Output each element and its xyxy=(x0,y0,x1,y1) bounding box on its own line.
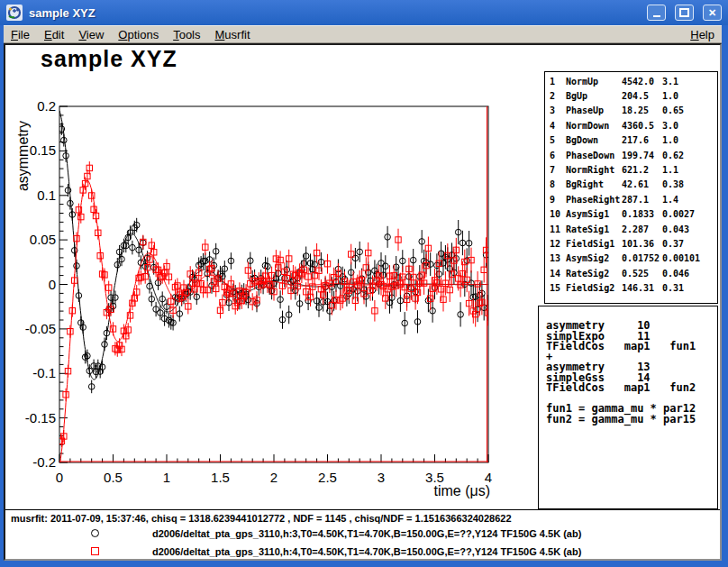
svg-text:0.5: 0.5 xyxy=(104,470,123,485)
svg-text:0.15: 0.15 xyxy=(30,142,56,158)
param-no: 7 xyxy=(545,165,566,175)
legend-label: d2006/deltat_pta_gps_3110,h:4,T0=4.50K,T… xyxy=(152,546,581,557)
param-name: PhaseDown xyxy=(566,151,622,160)
fit-parameters-panel: 1NormUp4542.03.12BgUp204.51.03PhaseUp18.… xyxy=(544,71,718,304)
svg-text:3: 3 xyxy=(378,470,385,485)
param-err: 0.38 xyxy=(662,179,717,189)
param-val: 146.31 xyxy=(622,283,662,293)
svg-text:time (μs): time (μs) xyxy=(433,483,490,498)
svg-text:0: 0 xyxy=(56,470,63,485)
plot-data xyxy=(59,111,491,466)
param-row: 11RateSig12.2870.043 xyxy=(545,222,717,236)
param-row: 2BgUp204.51.0 xyxy=(545,88,717,103)
legend-row-2: d2006/deltat_pta_gps_3110,h:4,T0=4.50K,T… xyxy=(5,546,720,559)
titlebar[interactable]: sample XYZ ✕ xyxy=(0,0,728,25)
param-row: 10AsymSig10.18330.0027 xyxy=(545,207,717,222)
param-no: 4 xyxy=(545,121,566,131)
svg-text:0.05: 0.05 xyxy=(30,232,56,247)
menu-view[interactable]: View xyxy=(71,27,111,42)
param-row: 6PhaseDown199.740.62 xyxy=(545,148,717,162)
svg-text:2: 2 xyxy=(270,470,278,485)
param-err: 1.4 xyxy=(662,195,717,205)
param-val: 42.61 xyxy=(622,179,662,189)
minimize-button[interactable] xyxy=(647,5,666,21)
svg-text:0.1: 0.1 xyxy=(37,187,56,203)
param-err: 0.00101 xyxy=(662,253,717,263)
param-row: 7NormRight621.21.1 xyxy=(545,162,717,177)
menubar-items: FileEditViewOptionsToolsMusrfitHelp xyxy=(4,25,722,43)
menu-options[interactable]: Options xyxy=(111,27,166,42)
param-row: 15FieldSig2146.310.31 xyxy=(545,280,717,295)
param-row: 8BgRight42.610.38 xyxy=(545,178,717,192)
param-name: BgRight xyxy=(566,179,622,189)
param-err: 1.1 xyxy=(662,165,717,175)
param-name: PhaseUp xyxy=(566,105,622,115)
param-err: 0.31 xyxy=(662,283,717,293)
param-no: 2 xyxy=(545,91,566,101)
param-err: 3.1 xyxy=(662,77,717,87)
param-err: 0.043 xyxy=(662,224,717,234)
param-val: 621.2 xyxy=(622,165,662,175)
param-err: 0.65 xyxy=(662,105,717,115)
svg-text:1: 1 xyxy=(163,470,170,485)
theory-panel: asymmetry 10 simplExpo 11 TFieldCos map1… xyxy=(538,306,718,509)
param-name: AsymSig1 xyxy=(566,209,622,219)
param-no: 6 xyxy=(545,151,566,160)
param-val: 101.36 xyxy=(622,239,662,249)
fit-status-line: musrfit: 2011-07-09, 15:37:46, chisq = 1… xyxy=(11,513,512,524)
close-button[interactable]: ✕ xyxy=(703,5,722,21)
menu-tools[interactable]: Tools xyxy=(166,27,207,42)
param-val: 204.5 xyxy=(622,91,662,101)
param-name: RateSig1 xyxy=(566,224,622,234)
svg-text:0: 0 xyxy=(49,277,56,292)
param-val: 2.287 xyxy=(622,224,662,234)
param-err: 0.046 xyxy=(662,269,717,279)
plot-canvas[interactable]: 00.511.522.533.540.20.150.10.050-0.05-0.… xyxy=(5,45,542,507)
param-val: 0.525 xyxy=(622,269,662,279)
param-err: 0.0027 xyxy=(662,209,717,219)
param-name: BgDown xyxy=(566,135,622,145)
legend-row-1: d2006/deltat_pta_gps_3110,h:3,T0=4.50K,T… xyxy=(5,528,720,541)
svg-text:asymmetry: asymmetry xyxy=(15,121,31,191)
param-name: FieldSig2 xyxy=(566,283,622,293)
theory-text: asymmetry 10 simplExpo 11 TFieldCos map1… xyxy=(539,306,717,425)
menu-file[interactable]: File xyxy=(4,27,37,42)
param-no: 13 xyxy=(545,253,566,263)
param-name: NormRight xyxy=(566,165,622,175)
param-no: 8 xyxy=(545,179,566,189)
param-name: RateSig2 xyxy=(566,269,622,279)
svg-text:2.5: 2.5 xyxy=(318,470,337,485)
maximize-button[interactable] xyxy=(675,5,694,21)
param-no: 12 xyxy=(545,239,566,249)
svg-text:-0.2: -0.2 xyxy=(32,454,56,470)
param-err: 3.0 xyxy=(662,121,717,131)
svg-text:1.5: 1.5 xyxy=(211,470,230,485)
param-row: 14RateSig20.5250.046 xyxy=(545,266,717,280)
window-title: sample XYZ xyxy=(29,6,96,20)
legend-label: d2006/deltat_pta_gps_3110,h:3,T0=4.50K,T… xyxy=(152,528,581,539)
param-no: 9 xyxy=(545,195,566,205)
root-canvas[interactable]: sample XYZ 00.511.522.533.540.20.150.10.… xyxy=(4,43,722,561)
menu-help[interactable]: Help xyxy=(683,27,722,42)
param-row: 9PhaseRight287.11.4 xyxy=(545,192,717,206)
param-no: 1 xyxy=(545,77,566,87)
param-val: 4360.5 xyxy=(622,121,662,131)
menu-edit[interactable]: Edit xyxy=(37,27,71,42)
param-no: 10 xyxy=(545,209,566,219)
param-name: PhaseRight xyxy=(566,195,622,205)
menu-musrfit[interactable]: Musrfit xyxy=(208,27,258,42)
param-row: 13AsymSig20.017520.00101 xyxy=(545,251,717,266)
maximize-icon xyxy=(679,8,689,17)
param-row: 3PhaseUp18.250.65 xyxy=(545,104,717,118)
param-row: 1NormUp4542.03.1 xyxy=(545,74,717,88)
param-row: 4NormDown4360.53.0 xyxy=(545,118,717,133)
param-val: 217.6 xyxy=(622,135,662,145)
param-val: 4542.0 xyxy=(622,77,662,87)
svg-text:-0.1: -0.1 xyxy=(32,365,56,380)
app-window: sample XYZ ✕ FileEditViewOptionsToolsMus… xyxy=(0,0,728,567)
canvas-divider xyxy=(5,509,720,510)
minimize-icon xyxy=(653,15,660,17)
param-no: 3 xyxy=(545,105,566,115)
param-row: 5BgDown217.61.0 xyxy=(545,133,717,148)
param-no: 5 xyxy=(545,135,566,145)
